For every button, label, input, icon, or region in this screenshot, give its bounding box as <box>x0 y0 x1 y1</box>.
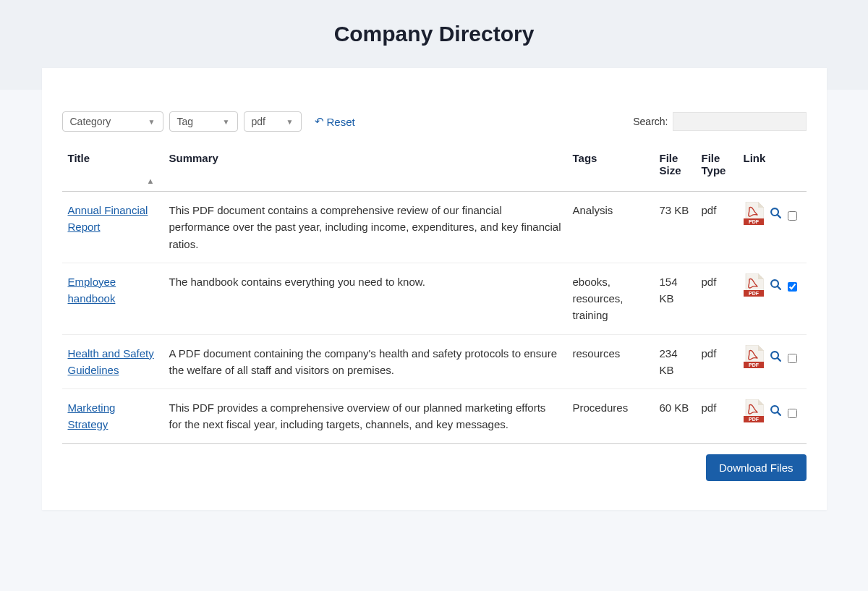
document-title-link[interactable]: Health and Safety Guidelines <box>68 347 154 376</box>
document-summary: The handbook contains everything you nee… <box>163 263 567 334</box>
document-tags: ebooks, resources, training <box>567 263 654 334</box>
chevron-down-icon: ▼ <box>223 118 230 126</box>
select-row-checkbox[interactable] <box>788 282 797 292</box>
filetype-filter-value: pdf <box>252 116 265 127</box>
pdf-icon[interactable] <box>744 345 764 373</box>
document-summary: A PDF document containing the company's … <box>163 334 567 389</box>
select-row-checkbox[interactable] <box>788 211 797 221</box>
column-title[interactable]: Title ▲ <box>62 145 163 192</box>
document-summary: This PDF document contains a comprehensi… <box>163 192 567 263</box>
select-row-checkbox[interactable] <box>788 409 797 418</box>
column-summary[interactable]: Summary <box>163 145 567 192</box>
document-size: 234 KB <box>654 334 696 389</box>
select-row-checkbox[interactable] <box>788 354 797 363</box>
chevron-down-icon: ▼ <box>286 118 294 126</box>
tag-filter-label: Tag <box>177 116 194 127</box>
preview-icon[interactable] <box>770 349 782 369</box>
table-header-row: Title ▲ Summary Tags File Size File Type… <box>62 145 807 192</box>
table-footer: Download Files <box>62 443 807 481</box>
filter-bar: Category ▼ Tag ▼ pdf ▼ ↶ Reset Search: <box>62 111 807 132</box>
directory-panel: Category ▼ Tag ▼ pdf ▼ ↶ Reset Search: T… <box>42 68 827 510</box>
category-filter[interactable]: Category ▼ <box>62 111 163 132</box>
document-type: pdf <box>696 389 738 443</box>
sort-asc-icon: ▲ <box>147 177 155 185</box>
table-row: Marketing Strategy This PDF provides a c… <box>62 389 807 443</box>
tag-filter[interactable]: Tag ▼ <box>169 111 238 132</box>
document-tags: Analysis <box>567 192 654 263</box>
document-type: pdf <box>696 263 738 334</box>
reset-button[interactable]: ↶ Reset <box>315 115 355 128</box>
preview-icon[interactable] <box>770 205 782 226</box>
category-filter-label: Category <box>70 116 111 127</box>
column-link[interactable]: Link <box>738 145 807 192</box>
pdf-icon[interactable] <box>744 202 764 229</box>
document-title-link[interactable]: Employee handbook <box>68 276 116 305</box>
document-tags: Procedures <box>567 389 654 443</box>
pdf-icon[interactable] <box>744 273 764 301</box>
chevron-down-icon: ▼ <box>148 118 156 126</box>
document-size: 154 KB <box>654 263 696 334</box>
document-type: pdf <box>696 334 738 389</box>
document-title-link[interactable]: Marketing Strategy <box>68 401 116 430</box>
column-type[interactable]: File Type <box>696 145 738 192</box>
document-size: 73 KB <box>654 192 696 263</box>
download-files-button[interactable]: Download Files <box>706 454 807 481</box>
column-size[interactable]: File Size <box>654 145 696 192</box>
page-title: Company Directory <box>0 22 868 46</box>
filetype-filter[interactable]: pdf ▼ <box>244 111 302 132</box>
preview-icon[interactable] <box>770 277 782 297</box>
document-title-link[interactable]: Annual Financial Report <box>68 204 148 233</box>
document-size: 60 KB <box>654 389 696 443</box>
pdf-icon[interactable] <box>744 399 764 427</box>
search-input[interactable] <box>673 112 807 131</box>
table-row: Annual Financial Report This PDF documen… <box>62 192 807 263</box>
document-tags: resources <box>567 334 654 389</box>
documents-table: Title ▲ Summary Tags File Size File Type… <box>62 145 807 443</box>
column-tags[interactable]: Tags <box>567 145 654 192</box>
table-row: Employee handbook The handbook contains … <box>62 263 807 334</box>
undo-icon: ↶ <box>315 115 324 128</box>
document-type: pdf <box>696 192 738 263</box>
search-wrap: Search: <box>633 112 806 131</box>
preview-icon[interactable] <box>770 403 782 423</box>
table-row: Health and Safety Guidelines A PDF docum… <box>62 334 807 389</box>
search-label: Search: <box>633 116 668 127</box>
document-summary: This PDF provides a comprehensive overvi… <box>163 389 567 443</box>
reset-label: Reset <box>327 116 355 128</box>
